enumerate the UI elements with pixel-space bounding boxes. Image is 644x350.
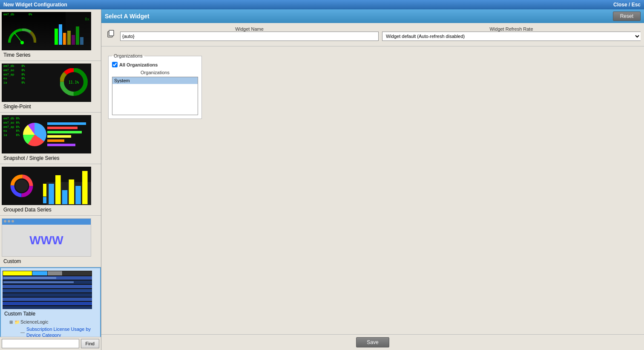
time-series-preview: em7_db 0% 0x: [2, 12, 91, 50]
copy-icon: [106, 29, 115, 38]
snap-left: em7_db 0%em7_ao 0%em7_ap 0%eu 0%ia 0%: [2, 115, 46, 153]
ts-overlay: [66, 12, 91, 50]
snapshot-preview: em7_db 0%em7_ao 0%em7_ap 0%eu 0%ia 0%: [2, 115, 91, 153]
svg-text:11.1%: 11.1%: [69, 81, 79, 84]
widget-refresh-section: Widget Refresh Rate Widget default (Auto…: [382, 26, 641, 41]
tree-toggle-sciencelogic[interactable]: ⊞: [9, 320, 14, 324]
grouped-data-preview: [2, 167, 91, 205]
time-series-label: Time Series: [2, 52, 99, 58]
widget-type-grouped-data[interactable]: Grouped Data Series: [0, 164, 101, 216]
save-button[interactable]: Save: [356, 337, 389, 347]
snap-right: [46, 115, 91, 153]
svg-rect-23: [69, 179, 75, 204]
tree-item-sub-license-device-cat[interactable]: — Subscription License Usage by Device C…: [3, 325, 98, 337]
config-row: Widget Name Widget Refresh Rate Widget d…: [105, 26, 641, 41]
gds-bars-area: [42, 167, 92, 205]
tree-item-sciencelogic[interactable]: ⊞ 📁 ScienceLogic: [3, 318, 98, 325]
snap-pie: [23, 123, 46, 146]
widget-name-section: Widget Name: [120, 26, 379, 41]
snap-bar-1: [47, 122, 86, 125]
svg-rect-27: [109, 30, 114, 36]
custom-dot-2: [8, 220, 10, 223]
gds-donut-area: [2, 167, 42, 205]
main-container: em7_db 0% 0x: [0, 9, 644, 350]
ts-preview-label: em7_db 0%: [3, 13, 32, 16]
tree-folder-icon-sciencelogic: 📁: [14, 320, 20, 324]
widget-name-label: Widget Name: [235, 26, 264, 32]
widget-type-snapshot[interactable]: em7_db 0%em7_ao 0%em7_ap 0%eu 0%ia 0%: [0, 113, 101, 164]
org-legend: Organizations: [112, 53, 144, 58]
content-header-title: Select A Widget: [105, 13, 150, 20]
gds-right-panel: [46, 167, 91, 205]
ct-body: [3, 276, 92, 309]
org-panel: Organizations All Organizations Organiza…: [101, 46, 644, 334]
find-button[interactable]: Find: [81, 339, 99, 348]
snap-bar-3: [47, 131, 82, 133]
sidebar-bottom: Find: [0, 337, 101, 350]
widget-type-time-series[interactable]: em7_db 0% 0x: [0, 9, 101, 61]
custom-dot-1: [4, 220, 6, 223]
ct-header-row: [3, 271, 92, 276]
reset-button[interactable]: Reset: [613, 12, 641, 21]
custom-table-label: Custom Table: [3, 311, 98, 317]
ct-row-4: [3, 289, 92, 292]
widget-type-custom-table[interactable]: Custom Table ⊞ 📁 ScienceLogic — Subscrip…: [0, 267, 101, 337]
org-list-item-system[interactable]: System: [112, 77, 198, 84]
copy-icon-area[interactable]: [105, 28, 117, 40]
custom-frame-dots: [2, 219, 91, 224]
org-checkbox-row: All Organizations: [112, 62, 198, 67]
close-button[interactable]: Close / Esc: [613, 2, 641, 8]
ct-preview-inner: [3, 271, 92, 309]
ct-row-7: [3, 302, 92, 305]
sidebar: em7_db 0% 0x: [0, 9, 101, 350]
find-input[interactable]: [2, 339, 79, 348]
ct-h-3: [48, 271, 62, 275]
ct-h-4: [63, 271, 92, 275]
widget-refresh-select[interactable]: Widget default (Auto-refresh disabled) 3…: [382, 32, 641, 41]
grouped-data-label: Grouped Data Series: [2, 207, 99, 213]
title-bar: New Widget Configuration Close / Esc: [0, 0, 644, 9]
custom-www-text: WWW: [29, 234, 63, 247]
snap-bar-5: [47, 139, 64, 142]
svg-rect-24: [75, 186, 81, 204]
ct-h-2: [32, 271, 47, 275]
widget-name-input[interactable]: [120, 32, 379, 41]
org-sub-label: Organizations: [112, 70, 198, 75]
tree-label-sub-license-device-cat[interactable]: Subscription License Usage by Device Cat…: [26, 326, 97, 337]
ct-row-1-bar: [3, 277, 56, 279]
refresh-select-row: Widget default (Auto-refresh disabled) 3…: [382, 32, 641, 41]
tree-label-sciencelogic: ScienceLogic: [20, 319, 48, 324]
ct-row-1: [3, 276, 92, 280]
svg-point-19: [15, 179, 28, 192]
sidebar-scroll[interactable]: em7_db 0% 0x: [0, 9, 101, 337]
tree-toggle-spacer-1: [15, 330, 20, 335]
all-orgs-checkbox[interactable]: [112, 62, 118, 67]
ts-gauge-area: [5, 23, 39, 46]
custom-label: Custom: [2, 258, 99, 264]
ct-row-6: [3, 298, 92, 301]
sp-gauge: 11.1%: [60, 68, 88, 97]
title-bar-title: New Widget Configuration: [3, 2, 67, 8]
single-point-label: Single-Point: [2, 104, 99, 110]
svg-rect-3: [59, 24, 62, 45]
all-orgs-label[interactable]: All Organizations: [119, 62, 158, 67]
svg-rect-2: [55, 29, 58, 45]
content-area: Select A Widget Reset Widget Name: [101, 9, 644, 350]
single-point-preview: em7_db 0%em7_ao 0%em7_ap 0%eu 0%ia 0%: [2, 64, 91, 102]
title-bar-left: New Widget Configuration: [3, 2, 67, 8]
widget-type-custom[interactable]: WWW Custom: [0, 216, 101, 267]
ct-row-3: [3, 285, 92, 288]
widget-type-single-point[interactable]: em7_db 0%em7_ao 0%em7_ap 0%eu 0%ia 0%: [0, 61, 101, 113]
org-list[interactable]: System: [112, 77, 198, 115]
tree-dash-icon-1: —: [20, 330, 26, 335]
custom-table-preview: [3, 271, 92, 309]
ct-row-2-bar: [3, 281, 74, 283]
ct-row-5: [3, 293, 92, 297]
custom-frame-top: [2, 219, 91, 225]
snap-bar-2: [47, 127, 78, 129]
ct-h-1: [3, 271, 32, 275]
svg-rect-20: [49, 184, 54, 204]
widget-refresh-label: Widget Refresh Rate: [489, 26, 533, 32]
content-header: Select A Widget Reset: [101, 9, 644, 23]
snap-bar-6: [47, 144, 75, 146]
